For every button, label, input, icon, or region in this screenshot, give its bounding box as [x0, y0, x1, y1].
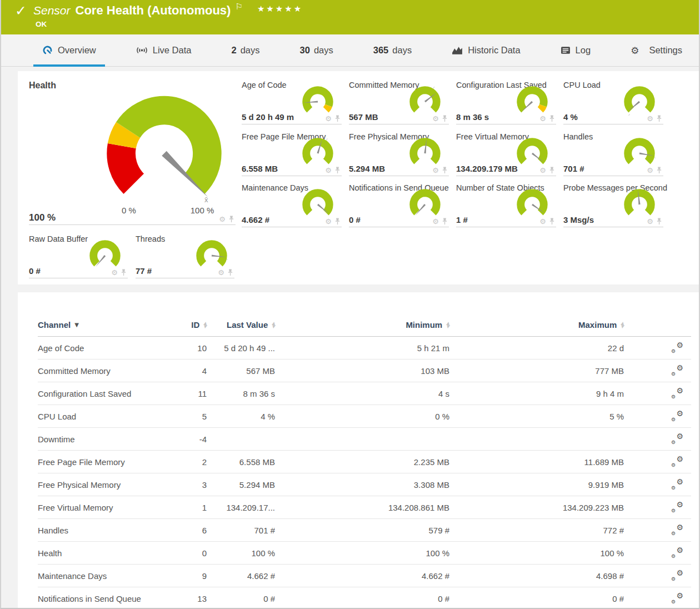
gauge-tile-age-of-code[interactable]: Age of Code5 d 20 h 49 m⚙	[242, 81, 342, 124]
pin-icon[interactable]	[334, 167, 341, 174]
gear-icon[interactable]: ⚙	[325, 167, 332, 174]
gauge-title: Handles	[563, 132, 593, 141]
pin-icon[interactable]	[549, 167, 555, 174]
gear-icon[interactable]: ⚙	[219, 216, 226, 223]
gauge-tile-notifications-in-send-queue[interactable]: Notifications in Send Queue0 #⚙	[349, 183, 449, 227]
table-row-free-page-file-memory[interactable]: Free Page File Memory26.558 MB2.235 MB11…	[38, 451, 691, 473]
edit-channel-settings-icon[interactable]: ⚙⚙	[671, 365, 683, 377]
table-row-maintenance-days[interactable]: Maintenance Days94.662 #4.662 #4.698 #⚙⚙	[38, 565, 691, 587]
edit-channel-settings-icon[interactable]: ⚙⚙	[671, 547, 683, 559]
gauge-tile-free-physical-memory[interactable]: Free Physical Memory5.294 MB⚙	[349, 132, 449, 176]
tab-live-data[interactable]: Live Data	[127, 34, 201, 66]
pin-icon[interactable]	[228, 216, 234, 223]
pin-icon[interactable]	[442, 167, 448, 174]
channel-minimum: 4 s	[275, 389, 449, 398]
gauge-tile-number-of-state-objects[interactable]: Number of State Objects1 #⚙	[456, 183, 556, 227]
gauge-tile-free-virtual-memory[interactable]: Free Virtual Memory134.209.179 MB⚙	[456, 132, 556, 176]
gauge-tile-maintenance-days[interactable]: Maintenance Days4.662 #⚙	[242, 183, 342, 227]
gear-icon[interactable]: ⚙	[325, 115, 332, 122]
channel-minimum: 579 #	[275, 526, 449, 535]
edit-channel-settings-icon[interactable]: ⚙⚙	[671, 592, 683, 605]
gauge-tile-probe-messages-per-second[interactable]: Probe Messages per Second3 Msg/s⚙	[563, 183, 663, 227]
gauge-value: 0 #	[349, 215, 361, 224]
tab-30-days[interactable]: 30days	[291, 34, 342, 66]
table-row-notifications-in-send-queue[interactable]: Notifications in Send Queue130 #0 #0 #⚙⚙	[38, 587, 691, 609]
table-row-age-of-code[interactable]: Age of Code105 d 20 h 49 ...5 h 21 m22 d…	[38, 337, 691, 360]
column-header-last-value[interactable]: Last Value▲▼	[207, 320, 275, 330]
priority-stars[interactable]: ★★★★★	[257, 4, 303, 14]
column-header-maximum[interactable]: Maximum▲▼	[449, 320, 624, 330]
pin-icon[interactable]	[549, 218, 555, 225]
sort-arrows-icon[interactable]: ▲▼	[621, 322, 624, 328]
table-row-free-virtual-memory[interactable]: Free Virtual Memory1134.209.17...134.208…	[38, 496, 691, 519]
gauge-tile-raw-data-buffer[interactable]: Raw Data Buffer0 #⚙	[29, 234, 128, 278]
edit-channel-settings-icon[interactable]: ⚙⚙	[671, 433, 683, 445]
channel-maximum: 0 #	[449, 594, 624, 603]
pin-icon[interactable]	[656, 115, 662, 122]
gauge-tile-threads[interactable]: Threads77 #⚙	[136, 234, 234, 278]
edit-channel-settings-icon[interactable]: ⚙⚙	[671, 410, 683, 422]
table-row-downtime[interactable]: Downtime-4⚙⚙	[38, 428, 691, 451]
tab-historic-data[interactable]: Historic Data	[443, 34, 529, 66]
tab-label: Settings	[649, 45, 682, 56]
channel-name: Configuration Last Saved	[38, 389, 171, 398]
flag-icon[interactable]: ⚐	[235, 2, 242, 12]
table-row-free-physical-memory[interactable]: Free Physical Memory35.294 MB3.308 MB9.9…	[38, 473, 691, 496]
table-row-cpu-load[interactable]: CPU Load54 %0 %5 %⚙⚙	[38, 405, 691, 428]
gauge-icon	[42, 45, 53, 56]
pin-icon[interactable]	[656, 218, 662, 225]
gear-icon[interactable]: ⚙	[325, 218, 332, 225]
tab-log[interactable]: Log	[552, 34, 600, 66]
gear-icon[interactable]: ⚙	[539, 115, 546, 122]
gauge-tile-health[interactable]: Health 0 % 100 % x̄ 100 % ⚙	[29, 81, 236, 225]
pin-icon[interactable]	[334, 115, 341, 122]
tile-actions: ⚙	[219, 216, 234, 223]
pin-icon[interactable]	[121, 269, 127, 276]
edit-channel-settings-icon[interactable]: ⚙⚙	[671, 501, 683, 513]
pin-icon[interactable]	[656, 167, 662, 174]
edit-channel-settings-icon[interactable]: ⚙⚙	[671, 570, 683, 582]
gear-icon[interactable]: ⚙	[111, 269, 118, 276]
sort-desc-icon[interactable]: ▼	[74, 322, 79, 328]
gear-icon[interactable]: ⚙	[432, 167, 439, 174]
gear-icon[interactable]: ⚙	[218, 269, 224, 276]
table-row-committed-memory[interactable]: Committed Memory4567 MB103 MB777 MB⚙⚙	[38, 360, 691, 382]
table-row-configuration-last-saved[interactable]: Configuration Last Saved118 m 36 s4 s9 h…	[38, 382, 691, 405]
gear-icon[interactable]: ⚙	[539, 218, 546, 225]
gear-icon[interactable]: ⚙	[432, 115, 439, 122]
column-header-minimum[interactable]: Minimum▲▼	[275, 320, 449, 330]
edit-channel-settings-icon[interactable]: ⚙⚙	[671, 387, 683, 400]
pin-icon[interactable]	[334, 218, 341, 225]
gear-icon[interactable]: ⚙	[539, 167, 546, 174]
tab-365-days[interactable]: 365days	[364, 34, 421, 66]
edit-channel-settings-icon[interactable]: ⚙⚙	[671, 456, 683, 468]
gauge-tile-free-page-file-memory[interactable]: Free Page File Memory6.558 MB⚙	[242, 132, 342, 176]
gauge-tile-handles[interactable]: Handles701 #⚙	[563, 132, 663, 176]
pin-icon[interactable]	[442, 115, 448, 122]
gear-icon[interactable]: ⚙	[647, 115, 653, 122]
table-row-health[interactable]: Health0100 %100 %100 %⚙⚙	[38, 542, 691, 565]
gear-icon[interactable]: ⚙	[647, 218, 653, 225]
tab-overview[interactable]: Overview	[33, 34, 105, 66]
column-header-channel[interactable]: Channel▼	[38, 320, 171, 330]
gear-icon[interactable]: ⚙	[432, 218, 439, 225]
channel-id: 11	[171, 389, 207, 398]
gear-icon[interactable]: ⚙	[647, 167, 653, 174]
pin-icon[interactable]	[227, 269, 233, 276]
tile-actions: ⚙	[539, 167, 555, 174]
gauge-tile-configuration-last-saved[interactable]: Configuration Last Saved8 m 36 s⚙	[456, 81, 556, 124]
column-header-id[interactable]: ID▲▼	[171, 320, 207, 330]
channel-last-value: 0 #	[207, 594, 275, 603]
edit-channel-settings-icon[interactable]: ⚙⚙	[671, 524, 683, 536]
gauge-tile-cpu-load[interactable]: CPU Load4 %⚙	[563, 81, 663, 124]
tab-label: days	[314, 45, 333, 56]
tab-settings[interactable]: ⚙Settings	[622, 34, 691, 66]
edit-channel-settings-icon[interactable]: ⚙⚙	[671, 478, 683, 491]
tab-2-days[interactable]: 2days	[222, 34, 268, 66]
edit-channel-settings-icon[interactable]: ⚙⚙	[671, 342, 683, 354]
table-row-handles[interactable]: Handles6701 #579 #772 #⚙⚙	[38, 519, 691, 542]
gauge-tile-committed-memory[interactable]: Committed Memory567 MB⚙	[349, 81, 449, 124]
pin-icon[interactable]	[549, 115, 555, 122]
pin-icon[interactable]	[442, 218, 448, 225]
channel-last-value: 701 #	[207, 526, 275, 535]
